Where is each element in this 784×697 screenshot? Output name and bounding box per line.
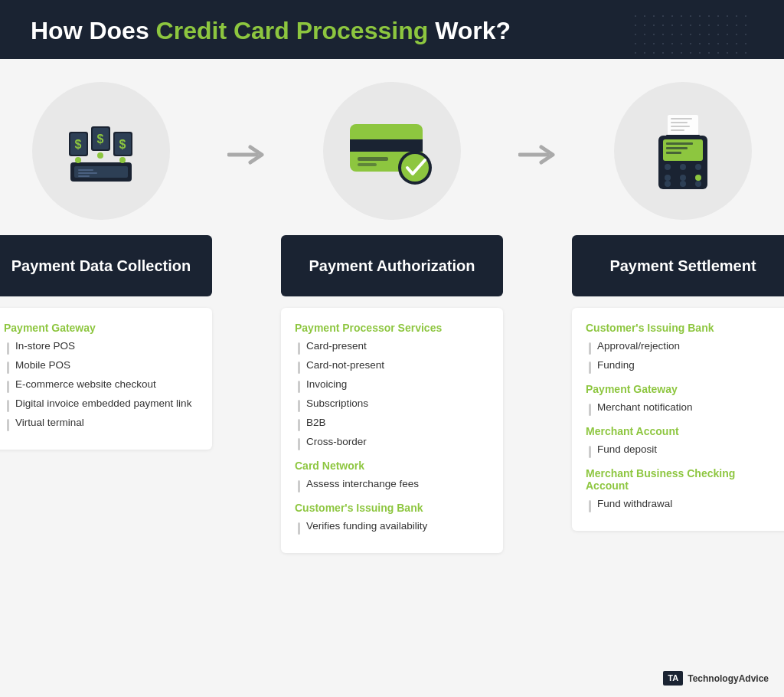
list-item: Assess interchange fees <box>295 478 489 492</box>
svg-point-14 <box>75 157 81 163</box>
svg-rect-39 <box>671 122 688 123</box>
section-label-payment-gateway: Payment Gateway <box>4 322 198 334</box>
svg-rect-19 <box>358 157 388 161</box>
svg-point-29 <box>680 164 686 170</box>
svg-rect-18 <box>350 139 423 152</box>
list-item: Verifies funding availability <box>295 520 489 535</box>
list-item: Approval/rejection <box>586 340 780 355</box>
logo-box: TA <box>663 671 683 686</box>
svg-point-33 <box>695 175 701 181</box>
list-item: Card-not-present <box>295 359 489 374</box>
title-payment-settlement: Payment Settlement <box>572 235 784 296</box>
icon-payment-data-collection: $ $ $ <box>32 82 170 220</box>
list-item: B2B <box>295 417 489 431</box>
svg-point-36 <box>695 181 701 187</box>
list-item: Fund deposit <box>586 443 780 458</box>
title-payment-data-collection: Payment Data Collection <box>0 235 212 296</box>
svg-rect-2 <box>78 169 93 171</box>
svg-rect-3 <box>78 172 97 174</box>
detail-card-payment-data-collection: Payment Gateway In-store POS Mobile POS … <box>0 308 212 450</box>
column-payment-settlement: Payment Settlement Customer's Issuing Ba… <box>572 82 784 531</box>
svg-text:$: $ <box>75 138 82 151</box>
svg-point-31 <box>665 175 671 181</box>
svg-rect-38 <box>671 118 692 119</box>
svg-point-28 <box>665 164 671 170</box>
svg-point-35 <box>680 181 686 187</box>
section-label-payment-gateway-2: Payment Gateway <box>586 383 780 395</box>
list-item: Funding <box>586 359 780 374</box>
svg-point-34 <box>665 181 671 187</box>
svg-rect-4 <box>78 175 90 177</box>
arrow-icon <box>518 143 557 166</box>
section-label-payment-processor: Payment Processor Services <box>295 322 489 334</box>
svg-text:$: $ <box>97 133 104 146</box>
section-label-customers-issuing-bank-2: Customer's Issuing Bank <box>586 322 780 334</box>
list-item: Cross-border <box>295 436 489 450</box>
title-plain: How Does <box>31 17 156 44</box>
section-label-card-network: Card Network <box>295 460 489 472</box>
list-item: Mobile POS <box>4 359 198 374</box>
svg-text:$: $ <box>119 138 126 151</box>
svg-point-32 <box>680 175 686 181</box>
svg-point-22 <box>401 154 429 182</box>
list-item: E-commerce website checkout <box>4 378 198 393</box>
column-payment-data-collection: $ $ $ Payment Data Collection <box>0 82 212 450</box>
svg-rect-20 <box>358 163 377 166</box>
arrow-icon <box>227 143 266 166</box>
section-label-customers-issuing-bank: Customer's Issuing Bank <box>295 502 489 514</box>
svg-rect-25 <box>666 142 693 145</box>
footer-logo: TA TechnologyAdvice <box>663 671 769 686</box>
title-highlight: Credit Card Processing <box>156 17 429 44</box>
svg-rect-42 <box>666 135 700 138</box>
title-payment-authorization: Payment Authorization <box>281 235 503 296</box>
list-item: Digital invoice embedded payment link <box>4 398 198 412</box>
detail-card-payment-authorization: Payment Processor Services Card-present … <box>281 308 503 553</box>
list-item: In-store POS <box>4 340 198 355</box>
header: How Does Credit Card Processing Work? <box>0 0 784 59</box>
svg-rect-41 <box>671 129 684 131</box>
list-item: Merchant notification <box>586 401 780 416</box>
svg-point-30 <box>695 164 701 170</box>
list-item: Subscriptions <box>295 398 489 412</box>
section-label-merchant-account: Merchant Account <box>586 425 780 437</box>
list-item: Virtual terminal <box>4 417 198 431</box>
list-item: Fund withdrawal <box>586 498 780 512</box>
svg-point-15 <box>97 152 103 159</box>
detail-card-payment-settlement: Customer's Issuing Bank Approval/rejecti… <box>572 308 784 531</box>
header-decoration <box>631 11 753 57</box>
arrow-1 <box>227 82 266 166</box>
title-end: Work? <box>428 17 511 44</box>
list-item: Invoicing <box>295 378 489 393</box>
list-item: Card-present <box>295 340 489 355</box>
main-wrapper: $ $ $ Payment Data Collection <box>0 59 784 697</box>
logo-text: TechnologyAdvice <box>688 673 769 684</box>
svg-rect-27 <box>666 152 681 154</box>
svg-rect-40 <box>671 126 690 127</box>
svg-point-16 <box>119 157 126 163</box>
main-content: $ $ $ Payment Data Collection <box>0 59 784 697</box>
columns-container: $ $ $ Payment Data Collection <box>23 82 761 553</box>
section-label-merchant-business-checking: Merchant Business Checking Account <box>586 467 780 492</box>
icon-payment-authorization <box>323 82 461 220</box>
arrow-2 <box>518 82 557 166</box>
column-payment-authorization: Payment Authorization Payment Processor … <box>281 82 503 553</box>
icon-payment-settlement <box>614 82 752 220</box>
svg-rect-26 <box>666 147 688 149</box>
